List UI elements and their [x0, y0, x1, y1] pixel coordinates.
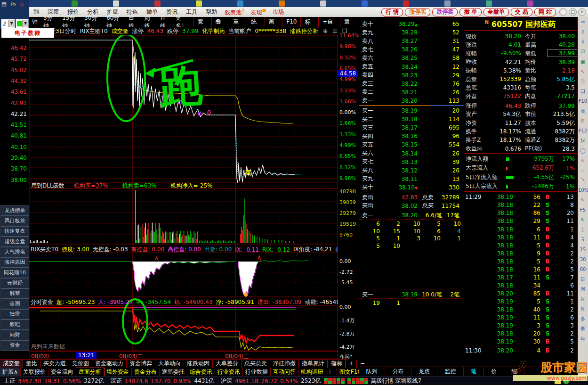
ext-tab-资金流向[interactable]: 资金流向 [48, 368, 76, 376]
viewtab-+自选[interactable]: +自选 [318, 17, 340, 27]
viewtab-竞价[interactable]: 竞价 [193, 17, 211, 27]
period-year[interactable]: 年 [578, 334, 588, 344]
table-icon[interactable]: ▦ [578, 57, 588, 66]
down-icon[interactable]: ⇩ [578, 37, 588, 47]
taskbar-app-icon[interactable] [486, 0, 492, 7]
header-tool-icon[interactable]: ⊕ [323, 28, 328, 34]
index-name[interactable]: 沪深 [221, 377, 232, 385]
indicator-tab-净挂净撤[interactable]: 净挂净撤 [270, 360, 299, 368]
menu-extra-股票池[interactable]: 股票池0 [221, 8, 248, 16]
ob-tab-监控[interactable]: 监控 [437, 367, 464, 377]
taskbar-app-icon[interactable] [72, 0, 78, 7]
indicator-tab-资金驱动力[interactable]: 资金驱动力 [92, 360, 127, 368]
period-n[interactable]: N [578, 304, 588, 314]
ask-row[interactable]: 卖十38.29▲65 [359, 20, 464, 28]
ask-row[interactable]: 卖九38.2852 [359, 28, 464, 37]
trade-button[interactable]: 跌停卖 [432, 8, 458, 16]
period-5[interactable]: 5 [578, 235, 588, 245]
ext-tab-境外资金[interactable]: 境外资金 [104, 368, 132, 376]
save-icon[interactable]: ▤ [1, 1, 7, 8]
minimize-button[interactable]: – [559, 8, 567, 16]
pct10-icon[interactable]: 10% [578, 185, 588, 195]
trade-button[interactable]: 交 易 [511, 8, 532, 16]
period-day[interactable]: 日 [578, 274, 588, 284]
ext-tab-综合资讯[interactable]: 综合资讯 [187, 368, 215, 376]
index-name[interactable]: 上证 [4, 377, 15, 385]
ask-row[interactable]: 卖二38.2126 [359, 88, 464, 97]
period-15[interactable]: 15 [578, 245, 588, 254]
sidebar-button-股吧[interactable]: 股吧 [0, 319, 29, 330]
viewtab-统计[interactable]: 统计 [247, 17, 265, 27]
ext-tab-行业数据[interactable]: 行业数据 [243, 368, 271, 376]
tree-icon[interactable]: ⧉ [578, 106, 588, 116]
wave-red-icon[interactable]: ∿ [578, 156, 588, 165]
sidebar-button-涨停原因[interactable]: 涨停原因 [0, 257, 29, 268]
taskbar-app-icon[interactable] [444, 0, 451, 7]
viewtab-F10[interactable]: F10 [282, 17, 300, 27]
ob-tab-分布[interactable]: 分布 [385, 367, 411, 377]
hist-icon[interactable]: ⌢ [578, 165, 588, 175]
period-multi[interactable]: 多 [578, 314, 588, 324]
indicator-tab-量比[interactable]: 量比 [23, 360, 40, 368]
ext-tab-关联报价[interactable]: 关联报价 [21, 368, 48, 376]
trade-button[interactable]: 网 站 [534, 8, 556, 16]
viewtab-标记[interactable]: 标记 [300, 17, 318, 27]
zixuan-icon[interactable]: 自 [578, 116, 588, 126]
ask-row[interactable]: 卖五38.2412 [359, 63, 464, 71]
bid-row[interactable]: 买十38.10▼330 [359, 183, 464, 192]
indicator-tab-tool-指标[interactable]: 指标 [328, 360, 346, 368]
indicator-tab-成交量[interactable]: 成交量 [0, 360, 23, 368]
bid-row[interactable]: 买三38.17695 [359, 123, 464, 132]
bid-row[interactable]: 买四38.1696 [359, 132, 464, 140]
ob-tab-队列[interactable]: 队列 [359, 367, 385, 377]
sidebar-button-同花顺10[interactable]: 同花顺10 [0, 268, 29, 278]
pointer-tool-label[interactable]: 电子教鞭 [1, 28, 54, 38]
bid-row[interactable]: 买五38.15554 [359, 140, 464, 149]
indicator-tab-大单动向[interactable]: 大单动向 [155, 360, 184, 368]
ask-row[interactable]: 卖四38.2329 [359, 71, 464, 80]
bid-row[interactable]: 买八38.1226 [359, 166, 464, 175]
indicator-tab-买卖力道[interactable]: 买卖力道 [40, 360, 69, 368]
ext-tab-扩展∧[interactable]: 扩展∧ [0, 368, 21, 376]
ask-row[interactable]: 卖八38.2731 [359, 37, 464, 45]
ask-row[interactable]: 卖六38.2558 [359, 54, 464, 62]
trade-button[interactable]: 行 情 [381, 8, 403, 16]
pencil-icon[interactable]: ✎ [578, 195, 588, 205]
indicator-tab-大单差分[interactable]: 大单差分 [213, 360, 242, 368]
ob-tab-龙虎[interactable]: 龙虎 [411, 367, 438, 377]
indicator-tab-竞价图[interactable]: 竞价图 [69, 360, 92, 368]
ext-tab-互动问答[interactable]: 互动问答 [271, 368, 298, 376]
period-1[interactable]: 1 [578, 225, 588, 235]
trade-button[interactable]: 撤 单 [459, 8, 481, 16]
kline-icon[interactable]: 𝄛 [578, 76, 588, 86]
period-钟[interactable]: 钟 [29, 18, 40, 26]
doc-icon[interactable]: ❏ [578, 86, 588, 96]
ask-row[interactable]: 卖七38.2647 [359, 45, 464, 54]
line-chart-icon[interactable]: ∿ [578, 66, 588, 76]
sidebar-button-龙虎榜单[interactable]: 龙虎榜单 [0, 205, 29, 216]
open-folder-icon[interactable]: 🗁 [10, 1, 16, 8]
sidebar-button-扫雷[interactable]: 扫雷 [0, 309, 29, 319]
close-button[interactable]: ✕ [578, 8, 586, 16]
taskbar-app-icon[interactable] [154, 0, 161, 7]
ext-tab-资金分布[interactable]: 资金分布 [132, 368, 160, 376]
indicator-tab-tool-+[interactable]: + [346, 360, 357, 368]
ask-row[interactable]: 卖三38.2276 [359, 80, 464, 88]
period-quarter[interactable]: 季 [578, 324, 588, 334]
up-icon[interactable]: ⇧ [578, 27, 588, 37]
diamond-tool-icon[interactable]: ◇ [20, 1, 24, 8]
taskbar-app-icon[interactable] [403, 0, 409, 7]
tick-tab-价[interactable]: 价 [484, 367, 504, 377]
taskbar-app-icon[interactable] [196, 0, 202, 7]
bid-row[interactable]: 买六38.1426 [359, 149, 464, 158]
back-icon[interactable]: ⇦ [578, 17, 588, 27]
ask-row[interactable]: 卖一38.20113 [359, 97, 464, 105]
ext-tab-〉[interactable]: 〉 [326, 368, 337, 376]
intraday-chart[interactable]: 0 0 0 买 跑 用到DLL函数 机构买=37%机构卖=63%机构净入=-25… [29, 35, 338, 359]
bid-row[interactable]: 买七38.1339 [359, 158, 464, 166]
trade-button[interactable]: 全撤单 [483, 8, 509, 16]
ext-tab-机构调研[interactable]: 机构调研 [298, 368, 326, 376]
sidebar-button-云财经[interactable]: 云财经 [0, 278, 29, 288]
header-tool-icon[interactable]: ☰ [332, 28, 338, 34]
zigzag-icon[interactable]: 〽 [578, 175, 588, 185]
